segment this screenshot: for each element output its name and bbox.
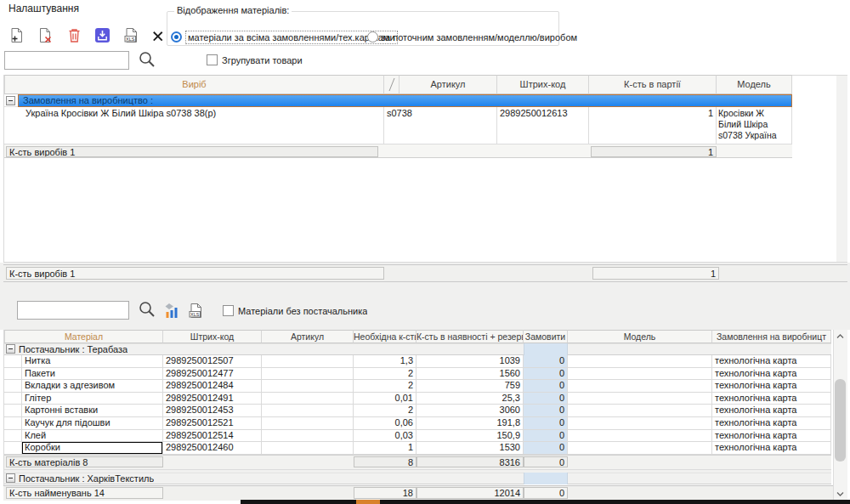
cell-order-qty[interactable]: 0	[524, 368, 568, 381]
group-products-checkbox-label[interactable]: Згрупувати товари	[222, 55, 303, 65]
cell-barcode[interactable]: 2989250012484	[163, 380, 262, 393]
cell-barcode[interactable]: 2989250012521	[163, 417, 262, 430]
cell-model[interactable]	[568, 405, 712, 417]
col-header-article[interactable]: Артикул	[400, 75, 497, 94]
cell-material[interactable]: Коробки	[22, 442, 163, 455]
materials-search-button[interactable]	[138, 300, 157, 321]
cell-needed-qty[interactable]: 2	[354, 368, 416, 381]
cell-barcode[interactable]: 2989250012507	[163, 355, 262, 368]
cell-available-qty[interactable]: 191,8	[416, 417, 524, 430]
cell-model[interactable]	[568, 430, 712, 443]
cell-order-qty[interactable]: 0	[524, 355, 568, 368]
products-grid-scroll-track[interactable]	[836, 76, 847, 262]
cell-order-qty[interactable]: 0	[524, 405, 568, 417]
col-header-batch-qty[interactable]: К-сть в партії	[589, 75, 717, 94]
cell-needed-qty[interactable]: 0,01	[354, 393, 416, 405]
col-header-available-qty[interactable]: К-сть в наявності + резерв	[416, 330, 524, 343]
radio-all-orders-label[interactable]: матеріали за всіма замовленнями/тех.карт…	[185, 31, 398, 44]
scroll-down-icon[interactable]	[836, 490, 845, 500]
col-header-material[interactable]: Матеріал	[4, 330, 163, 343]
cell-production-order[interactable]: технологічна карта	[712, 442, 831, 455]
products-search-input[interactable]	[4, 51, 129, 70]
col-header-model2[interactable]: Модель	[568, 330, 712, 343]
cell-needed-qty[interactable]: 1,3	[354, 355, 416, 368]
cell-available-qty[interactable]: 1039	[416, 355, 524, 368]
table-row[interactable]: Глітер 2989250012491 0,01 25,3 0 техноло…	[4, 393, 831, 405]
cell-model[interactable]	[568, 368, 712, 381]
cell-production-order[interactable]: технологічна карта	[712, 393, 831, 405]
add-document-button[interactable]	[7, 25, 26, 44]
cell-barcode[interactable]: 2989250012460	[163, 442, 262, 455]
cell-barcode[interactable]: 2989250012491	[163, 393, 262, 405]
scrollbar-thumb[interactable]	[835, 379, 846, 462]
table-row[interactable]: Пакети 2989250012477 2 1560 0 технологіч…	[4, 368, 831, 381]
cell-material[interactable]: Глітер	[22, 393, 163, 405]
cell-available-qty[interactable]: 150,9	[416, 430, 524, 443]
cell-material[interactable]: Картонні вставки	[22, 405, 163, 417]
cell-needed-qty[interactable]: 0,06	[354, 417, 416, 430]
cell-barcode[interactable]: 2989250012514	[163, 430, 262, 443]
cell-order-qty[interactable]: 0	[524, 442, 568, 455]
materials-search-input[interactable]	[17, 301, 129, 320]
import-button[interactable]	[93, 25, 111, 44]
cell-material[interactable]: Клей	[22, 430, 163, 443]
col-header-slash[interactable]	[384, 75, 400, 94]
cell-production-order[interactable]: технологічна карта	[712, 368, 831, 381]
cell-batch-qty[interactable]: 1	[589, 107, 717, 144]
cell-article[interactable]	[262, 405, 354, 417]
remove-document-button[interactable]	[36, 25, 54, 44]
cell-product[interactable]: Україна Кросівки Ж Білий Шкіра s0738 38(…	[23, 107, 384, 144]
radio-current-order-label[interactable]: за поточним замовленням/моделлю/виробом	[381, 32, 577, 42]
cell-material[interactable]: Нитка	[22, 355, 163, 368]
cell-order-qty[interactable]: 0	[524, 380, 568, 393]
collapse-button[interactable]	[6, 344, 15, 354]
cell-needed-qty[interactable]: 0,03	[354, 430, 416, 443]
table-row[interactable]: Вкладки з адгезивом 2989250012484 2 759 …	[4, 380, 831, 393]
col-header-order[interactable]: Замовити	[524, 330, 568, 343]
radio-current-order[interactable]	[367, 31, 378, 42]
cell-order-qty[interactable]: 0	[524, 393, 568, 405]
col-header-model[interactable]: Модель	[717, 75, 792, 94]
cell-production-order[interactable]: технологічна карта	[712, 417, 831, 430]
cell-model[interactable]	[568, 417, 712, 430]
col-header-barcode[interactable]: Штрих-код	[497, 75, 589, 94]
cell-production-order[interactable]: технологічна карта	[712, 405, 831, 417]
cell-article[interactable]	[262, 430, 354, 443]
table-row[interactable]: Нитка 2989250012507 1,3 1039 0 технологі…	[4, 355, 831, 368]
cell-model[interactable]	[568, 355, 712, 368]
table-row[interactable]: Коробки 2989250012460 1 1530 0 технологі…	[4, 442, 831, 455]
cell-needed-qty[interactable]: 2	[354, 405, 416, 417]
cell-article[interactable]	[262, 355, 354, 368]
cell-needed-qty[interactable]: 2	[354, 380, 416, 393]
cell-barcode[interactable]: 2989250012453	[163, 405, 262, 417]
cell-available-qty[interactable]: 1530	[416, 442, 524, 455]
products-search-button[interactable]	[138, 50, 157, 71]
cell-order-qty[interactable]: 0	[524, 417, 568, 430]
cell-needed-qty[interactable]: 1	[354, 442, 416, 455]
scroll-up-icon[interactable]	[836, 331, 845, 342]
cell-production-order[interactable]: технологічна карта	[712, 430, 831, 443]
cell-barcode[interactable]: 2989250012613	[497, 107, 589, 144]
table-row[interactable]: Каучук для підошви 2989250012521 0,06 19…	[4, 417, 831, 430]
supplier-group-row-1[interactable]	[4, 343, 831, 355]
col-header-barcode2[interactable]: Штрих-код	[163, 330, 262, 343]
export-xls-button[interactable]: XLS	[122, 25, 140, 44]
group-products-checkbox[interactable]	[207, 54, 218, 65]
chart-filter-button[interactable]	[164, 301, 183, 320]
collapse-button[interactable]	[6, 96, 15, 105]
cell-production-order[interactable]: технологічна карта	[712, 355, 831, 368]
cell-model[interactable]	[568, 393, 712, 405]
cell-model[interactable]	[568, 380, 712, 393]
no-supplier-checkbox[interactable]	[223, 305, 234, 316]
materials-export-xls-button[interactable]: XLS	[186, 301, 205, 320]
cell-available-qty[interactable]: 25,3	[416, 393, 524, 405]
cell-article[interactable]	[262, 380, 354, 393]
cell-material[interactable]: Каучук для підошви	[22, 417, 163, 430]
cell-article[interactable]	[262, 368, 354, 381]
no-supplier-checkbox-label[interactable]: Матеріали без постачальника	[238, 306, 367, 316]
cell-available-qty[interactable]: 3060	[416, 405, 524, 417]
delete-button[interactable]	[65, 25, 83, 44]
col-header-needed-qty[interactable]: Необхідна к-сть	[354, 330, 416, 343]
col-header-product[interactable]: Виріб	[4, 75, 384, 94]
col-header-production-order[interactable]: Замовлення на виробницт	[712, 330, 831, 343]
